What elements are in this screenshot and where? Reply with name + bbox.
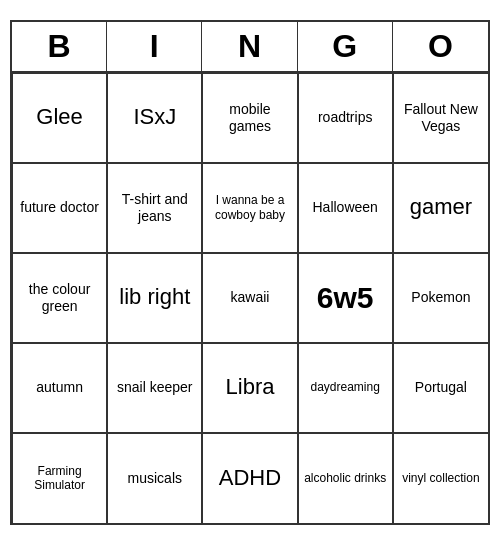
header-letter: O: [393, 22, 488, 71]
bingo-cell: Portugal: [393, 343, 488, 433]
cell-text: alcoholic drinks: [304, 471, 386, 485]
bingo-cell: gamer: [393, 163, 488, 253]
bingo-cell: Fallout New Vegas: [393, 73, 488, 163]
cell-text: I wanna be a cowboy baby: [207, 193, 292, 222]
cell-text: autumn: [36, 379, 83, 396]
cell-text: snail keeper: [117, 379, 193, 396]
cell-text: daydreaming: [311, 380, 380, 394]
bingo-cell: future doctor: [12, 163, 107, 253]
bingo-cell: autumn: [12, 343, 107, 433]
cell-text: mobile games: [207, 101, 292, 135]
bingo-cell: roadtrips: [298, 73, 393, 163]
cell-text: ISxJ: [133, 104, 176, 130]
bingo-cell: ADHD: [202, 433, 297, 523]
bingo-grid: GleeISxJmobile gamesroadtripsFallout New…: [12, 73, 488, 523]
bingo-header: BINGO: [12, 22, 488, 73]
bingo-cell: musicals: [107, 433, 202, 523]
bingo-cell: T-shirt and jeans: [107, 163, 202, 253]
bingo-cell: alcoholic drinks: [298, 433, 393, 523]
bingo-cell: 6w5: [298, 253, 393, 343]
cell-text: ADHD: [219, 465, 281, 491]
cell-text: Fallout New Vegas: [398, 101, 484, 135]
cell-text: Glee: [36, 104, 82, 130]
header-letter: B: [12, 22, 107, 71]
bingo-cell: the colour green: [12, 253, 107, 343]
cell-text: future doctor: [20, 199, 99, 216]
bingo-cell: mobile games: [202, 73, 297, 163]
bingo-cell: daydreaming: [298, 343, 393, 433]
bingo-cell: Glee: [12, 73, 107, 163]
cell-text: 6w5: [317, 280, 374, 316]
cell-text: the colour green: [17, 281, 102, 315]
cell-text: Farming Simulator: [17, 464, 102, 493]
bingo-cell: kawaii: [202, 253, 297, 343]
bingo-cell: Farming Simulator: [12, 433, 107, 523]
cell-text: vinyl collection: [402, 471, 479, 485]
cell-text: T-shirt and jeans: [112, 191, 197, 225]
bingo-cell: Libra: [202, 343, 297, 433]
bingo-cell: snail keeper: [107, 343, 202, 433]
bingo-cell: Halloween: [298, 163, 393, 253]
bingo-cell: Pokemon: [393, 253, 488, 343]
cell-text: gamer: [410, 194, 472, 220]
bingo-card: BINGO GleeISxJmobile gamesroadtripsFallo…: [10, 20, 490, 525]
bingo-cell: lib right: [107, 253, 202, 343]
cell-text: Pokemon: [411, 289, 470, 306]
bingo-cell: vinyl collection: [393, 433, 488, 523]
cell-text: musicals: [128, 470, 182, 487]
header-letter: N: [202, 22, 297, 71]
cell-text: roadtrips: [318, 109, 372, 126]
bingo-cell: I wanna be a cowboy baby: [202, 163, 297, 253]
cell-text: lib right: [119, 284, 190, 310]
bingo-cell: ISxJ: [107, 73, 202, 163]
header-letter: I: [107, 22, 202, 71]
header-letter: G: [298, 22, 393, 71]
cell-text: Portugal: [415, 379, 467, 396]
cell-text: kawaii: [231, 289, 270, 306]
cell-text: Halloween: [313, 199, 378, 216]
cell-text: Libra: [226, 374, 275, 400]
